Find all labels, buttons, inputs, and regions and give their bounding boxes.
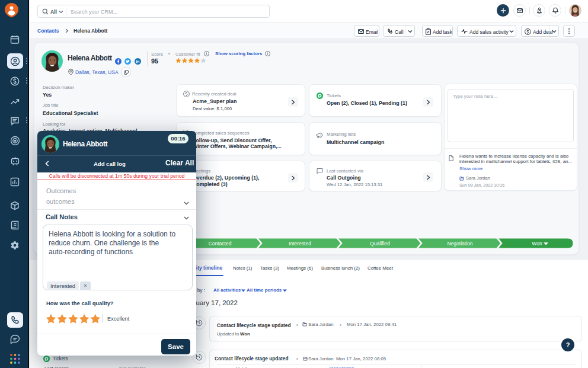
svg-text:Contacted: Contacted: [209, 241, 232, 247]
svg-text:Won: Won: [532, 241, 542, 247]
svg-text:Interested: Interested: [289, 241, 311, 247]
svg-text:Qualified: Qualified: [370, 241, 390, 247]
svg-text:Negotiation: Negotiation: [447, 241, 472, 247]
